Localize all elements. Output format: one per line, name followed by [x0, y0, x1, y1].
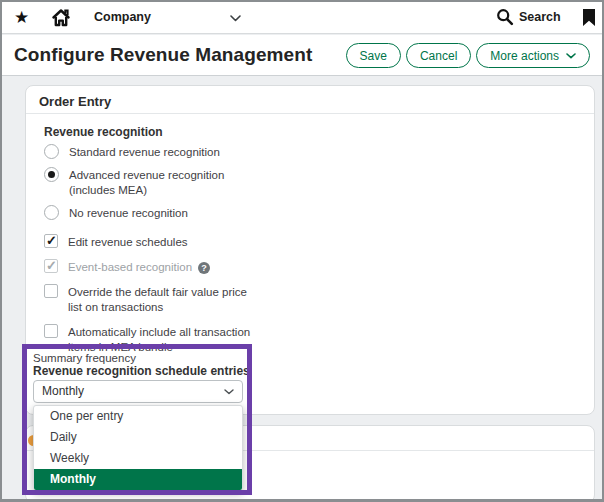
chevron-down-icon [566, 53, 576, 59]
app-window: ★ Company Search Configure Revenue Manag… [0, 0, 604, 502]
dropdown-option-weekly[interactable]: Weekly [34, 448, 242, 469]
checkbox-override-fair-value-price-list[interactable]: Override the default fair value price li… [44, 284, 584, 315]
checkbox-label-line2: list on transactions [68, 300, 247, 315]
radio-selected-icon[interactable] [44, 167, 59, 182]
checkbox-checked-icon[interactable] [44, 234, 58, 248]
checkbox-icon[interactable] [44, 324, 58, 338]
radio-label: Standard revenue recognition [69, 144, 220, 160]
radio-label: No revenue recognition [69, 205, 188, 221]
radio-label-line2: (includes MEA) [69, 183, 224, 198]
dropdown-option-one-per-entry[interactable]: One per entry [34, 406, 242, 427]
radio-standard-revenue-recognition[interactable]: Standard revenue recognition [44, 144, 584, 160]
checkbox-label: Automatically include all transaction it… [68, 324, 250, 355]
action-buttons: Save Cancel More actions [346, 43, 590, 68]
top-navigation-bar: ★ Company Search [2, 2, 602, 34]
checkbox-label-line1: Override the default fair value price [68, 286, 247, 298]
save-button-label: Save [360, 49, 387, 63]
checkbox-label-text: Event-based recognition [68, 260, 192, 275]
schedule-entries-dropdown: One per entry Daily Weekly Monthly [33, 405, 243, 491]
save-button[interactable]: Save [346, 43, 401, 68]
checkbox-label: Override the default fair value price li… [68, 284, 247, 315]
checkbox-label: Event-based recognition ? [68, 259, 210, 275]
help-icon[interactable]: ? [198, 262, 210, 274]
checkbox-icon[interactable] [44, 284, 58, 298]
select-value: Monthly [34, 381, 242, 402]
checkbox-label: Edit revenue schedules [68, 234, 188, 250]
home-icon[interactable] [51, 8, 71, 27]
section-title: Order Entry [26, 86, 594, 114]
search-label: Search [519, 10, 561, 24]
schedule-entries-label: Revenue recognition schedule entries [33, 364, 250, 378]
radio-label-line1: Advanced revenue recognition [69, 169, 224, 181]
cancel-button-label: Cancel [420, 49, 457, 63]
page-header: Configure Revenue Management Save Cancel… [2, 35, 602, 76]
bookmark-icon[interactable] [582, 9, 596, 27]
checkbox-auto-include-mea-bundle[interactable]: Automatically include all transaction it… [44, 324, 584, 355]
favorites-star-icon[interactable]: ★ [14, 7, 29, 28]
search-icon [496, 8, 514, 26]
summary-frequency-label: Summary frequency [33, 352, 136, 364]
revenue-recognition-label: Revenue recognition [44, 125, 584, 139]
radio-label: Advanced revenue recognition (includes M… [69, 167, 224, 198]
more-actions-label: More actions [490, 49, 559, 63]
schedule-entries-select[interactable]: Monthly [33, 380, 243, 403]
company-menu[interactable]: Company [94, 10, 151, 24]
dropdown-option-monthly-selected[interactable]: Monthly [34, 469, 242, 490]
dropdown-option-daily[interactable]: Daily [34, 427, 242, 448]
checkbox-label-line1: Automatically include all transaction [68, 326, 250, 338]
cancel-button[interactable]: Cancel [406, 43, 471, 68]
page-title: Configure Revenue Management [14, 44, 312, 66]
checkbox-checked-disabled-icon [44, 259, 58, 273]
radio-no-revenue-recognition[interactable]: No revenue recognition [44, 205, 584, 221]
checkbox-event-based-recognition: Event-based recognition ? [44, 259, 584, 275]
radio-advanced-revenue-recognition[interactable]: Advanced revenue recognition (includes M… [44, 167, 584, 198]
chevron-down-icon[interactable] [230, 15, 241, 22]
search-button[interactable]: Search [496, 8, 561, 26]
radio-icon[interactable] [44, 205, 59, 220]
radio-icon[interactable] [44, 144, 59, 159]
more-actions-button[interactable]: More actions [476, 43, 590, 68]
checkbox-edit-revenue-schedules[interactable]: Edit revenue schedules [44, 234, 584, 250]
chevron-down-icon [224, 389, 234, 395]
